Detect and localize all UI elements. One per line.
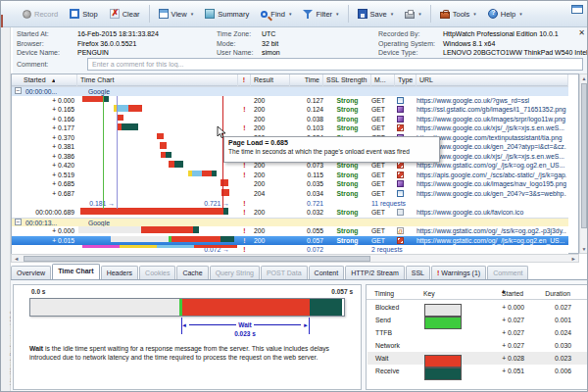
request-row[interactable]: + 0.519!2000.115StrongGEThttps://apis.go… [12,171,568,180]
column-header-time[interactable]: Time [290,74,323,86]
timing-row[interactable]: Blocked+ 0.0000.027 [368,301,588,314]
page-load-tooltip: Page Load = 0.685 The time in seconds at… [223,136,440,163]
wait-description-bold: Wait [29,345,43,352]
request-row[interactable]: + 0.165!2000.124StrongGEThttps://ssl.gst… [12,105,568,115]
timing-header-key[interactable]: Key [423,287,472,300]
timing-header-duration[interactable]: Duration [523,287,570,300]
scroll-down-icon[interactable]: ▼ [580,246,588,252]
css-file-icon: {} [397,227,404,234]
tab-overview[interactable]: Overview [11,266,51,280]
tab-query-string[interactable]: Query String [210,266,260,280]
timing-duration: 0.024 [524,326,571,339]
tab-content[interactable]: Content [309,266,345,280]
tools-button[interactable]: Tools▾ [435,7,481,22]
horizontal-scrollbar[interactable]: ◄ ► [11,254,579,263]
warning-icon: ! [437,270,439,276]
view-button[interactable]: View▾ [154,6,199,22]
time-chart-bar-segment [220,236,234,243]
column-header-method[interactable]: M... [371,74,395,86]
info-field-label: Browser: [17,39,77,49]
timing-row[interactable]: Send+ 0.0270.001 [368,314,588,326]
comment-input[interactable] [87,58,583,71]
info-close-icon[interactable]: ✕ [578,29,585,37]
window-restore-icon[interactable] [571,5,583,14]
request-row[interactable]: + 0.0002000.127StrongGEThttps://www.goog… [12,96,568,106]
column-header-result[interactable]: Result [251,74,290,86]
tab-label: Query String [216,270,254,276]
request-started: 00:00:00.689 [12,208,74,218]
group-row[interactable]: −00:00:13...Google [12,218,568,227]
timing-name: Network [375,339,424,352]
timing-row[interactable]: Wait+ 0.0280.023 [368,352,588,365]
timing-row[interactable]: TTFB+ 0.0270.024 [368,326,588,339]
save-button[interactable]: Save▾ [353,6,399,22]
horizontal-scroll-thumb[interactable] [24,256,370,262]
tab-http-2-stream[interactable]: HTTP/2 Stream [345,266,405,280]
toolbar-button-label: Find [270,10,285,19]
column-header-url[interactable]: URL [416,74,568,86]
timing-header-started[interactable]: Started [472,287,523,300]
request-row[interactable]: + 0.6852000.035StrongGEThttps://www.goog… [12,179,568,189]
type-cell [397,105,415,115]
warning-icon: ! [238,208,251,218]
request-started: + 0.165 [12,105,74,115]
timing-row[interactable]: Network+ 0.0270.030 [368,339,588,352]
arrow-right-icon: ► [303,322,309,328]
timing-started: + 0.027 [473,339,524,352]
ssl-strength: Strong [323,179,371,189]
collapse-icon[interactable]: − [15,219,22,225]
find-icon [261,11,268,18]
clear-button[interactable]: Clear [105,6,145,22]
request-row[interactable]: + 0.000!2000.055StrongGET{}https://www.g… [12,226,568,236]
column-header-ssl[interactable]: SSL Strength [323,74,371,86]
info-field-value: 32 bit [262,40,278,47]
info-col-1: Started At:16-Feb-2015 18:31:33.824Brows… [17,29,159,58]
record-button[interactable]: Record [18,7,63,22]
column-header-warn[interactable]: ! [238,74,251,86]
scroll-right-icon[interactable]: ► [571,255,576,263]
timing-name: Wait [375,352,424,365]
warning-icon: ! [238,123,251,133]
scroll-left-icon[interactable]: ◄ [14,255,19,263]
tab-warnings-1-[interactable]: !Warnings (1) [431,266,486,280]
script-file-icon [397,162,404,169]
summary-strip-segment [157,245,194,248]
group-row[interactable]: −00:00:00...Google [12,86,568,96]
tab-post-data[interactable]: POST Data [261,266,308,280]
print-button[interactable]: ▾ [400,7,426,22]
filter-icon [303,9,313,19]
request-row[interactable]: 00:00:00.689!2000.032StrongGEThttps://ww… [12,208,568,218]
ssl-strength: Strong [323,208,371,218]
summary-button[interactable]: Summary [200,6,254,22]
tab-comment[interactable]: Comment [487,266,528,280]
toolbar-button-label: View [172,10,187,19]
httpwatch-window: ✕ RecordStopClearView▾SummaryFind▾Filter… [0,0,588,392]
vertical-scrollbar[interactable]: ▲ ▼ [579,74,588,254]
tab-cache[interactable]: Cache [176,266,208,280]
stop-button[interactable]: Stop [65,6,102,22]
summary-icon [205,9,215,19]
timing-header-timing[interactable]: Timing [374,287,423,300]
timing-row[interactable]: Receive+ 0.0510.006 [368,365,588,377]
request-row[interactable]: + 0.6872040.034StrongGEThttps://www.goog… [12,189,568,199]
help-button[interactable]: Help▾ [483,6,527,22]
request-row[interactable]: + 0.1662000.038StrongGEThttps://www.goog… [12,115,568,124]
column-header-type[interactable]: Type [395,74,416,86]
tab-time-chart[interactable]: Time Chart [52,264,99,280]
request-row[interactable]: + 0.015!2000.057StrongGEThttps://www.gst… [12,236,568,246]
column-header-chart[interactable]: Time Chart [77,74,238,86]
collapse-icon[interactable]: − [15,87,22,94]
request-row[interactable]: + 0.177!2000.103StrongGEThttps://www.goo… [12,123,568,133]
toolbar-button-label: Record [34,10,58,19]
http-method: GET [371,96,395,106]
tab-headers[interactable]: Headers [101,266,138,280]
column-header-started[interactable]: Started [12,74,77,86]
tab-cookies[interactable]: Cookies [139,266,175,280]
vertical-scroll-thumb[interactable] [581,83,587,228]
scroll-up-icon[interactable]: ▲ [580,75,588,81]
timing-duration: 0.006 [524,365,571,377]
tab-ssl[interactable]: SSL [406,266,430,280]
filter-button[interactable]: Filter▾ [298,6,343,22]
find-button[interactable]: Find▾ [256,7,296,22]
time-chart-bar-segment [192,171,202,177]
